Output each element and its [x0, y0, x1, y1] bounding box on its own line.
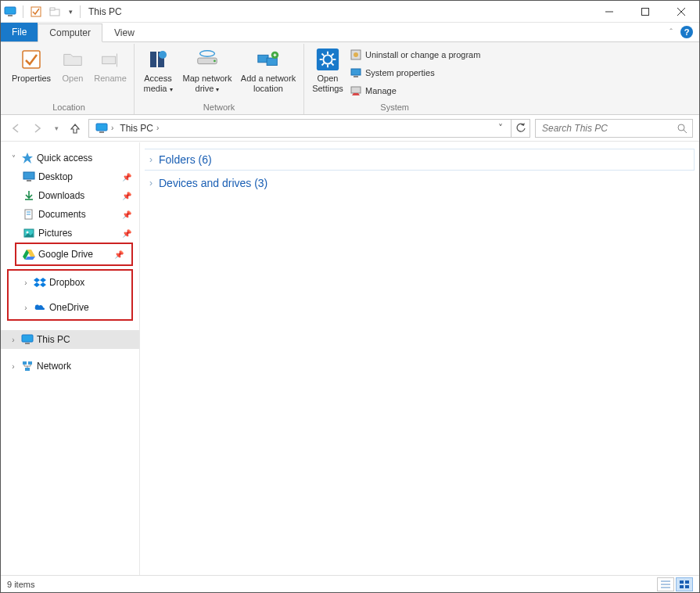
address-bar[interactable]: › This PC › ˅	[88, 119, 512, 138]
uninstall-icon	[350, 49, 362, 61]
status-item-count: 9 items	[7, 580, 34, 589]
ribbon-collapse-icon[interactable]: ˆ	[669, 27, 673, 37]
svg-rect-4	[50, 8, 55, 10]
add-network-icon	[256, 47, 281, 72]
maximize-button[interactable]	[627, 1, 663, 23]
minimize-button[interactable]	[591, 1, 627, 23]
sidebar-documents[interactable]: Documents 📌	[1, 205, 139, 224]
qat-new-folder-icon[interactable]	[46, 3, 63, 20]
add-network-location-button[interactable]: Add a network location	[238, 45, 299, 94]
manage-button[interactable]: Manage	[350, 83, 480, 99]
system-properties-button[interactable]: System properties	[350, 65, 480, 81]
svg-point-38	[678, 124, 684, 131]
sidebar-this-pc[interactable]: › This PC	[1, 330, 139, 349]
sidebar-downloads[interactable]: Downloads 📌	[1, 186, 139, 205]
close-button[interactable]	[663, 1, 699, 23]
desktop-icon	[23, 171, 35, 183]
up-button[interactable]	[66, 120, 84, 137]
highlight-cloud-services: › Dropbox › OneDrive	[7, 269, 133, 321]
devices-group-header[interactable]: › Devices and drives (3)	[145, 172, 695, 194]
svg-rect-33	[351, 69, 361, 75]
details-view-button[interactable]	[657, 577, 674, 591]
large-icons-view-button[interactable]	[676, 577, 693, 591]
folders-group-header[interactable]: › Folders (6)	[145, 149, 695, 171]
pictures-icon	[23, 227, 35, 239]
svg-rect-0	[5, 7, 16, 14]
search-icon	[677, 123, 687, 134]
chevron-right-icon[interactable]: ›	[9, 336, 18, 344]
status-bar: 9 items	[1, 575, 699, 592]
media-icon	[145, 47, 171, 72]
svg-rect-57	[685, 580, 689, 584]
forward-button[interactable]	[29, 120, 46, 137]
search-box[interactable]	[535, 119, 693, 138]
back-button[interactable]	[7, 120, 24, 137]
quick-access-toolbar: ▾	[1, 1, 84, 22]
refresh-button[interactable]	[512, 119, 530, 138]
qat-properties-icon[interactable]	[27, 3, 45, 20]
breadcrumb-this-pc[interactable]: This PC ›	[117, 123, 162, 134]
sidebar-dropbox[interactable]: › Dropbox	[9, 273, 131, 292]
svg-rect-1	[8, 15, 13, 16]
chevron-down-icon[interactable]: ˅	[9, 154, 18, 163]
ribbon-group-location: Properties Open Rename Location	[4, 44, 135, 114]
svg-rect-10	[102, 56, 116, 63]
address-dropdown-icon[interactable]: ˅	[494, 123, 508, 134]
group-label-location: Location	[9, 101, 129, 114]
svg-rect-41	[27, 180, 31, 181]
chevron-right-icon[interactable]: ›	[21, 304, 31, 312]
sidebar-desktop[interactable]: Desktop 📌	[1, 167, 139, 186]
rename-button[interactable]: Rename	[92, 45, 129, 84]
properties-button[interactable]: Properties	[9, 45, 54, 84]
onedrive-icon	[34, 301, 46, 314]
ribbon-tabs: File Computer View ˆ ?	[1, 23, 699, 41]
open-button[interactable]: Open	[54, 45, 92, 84]
file-tab[interactable]: File	[1, 23, 38, 41]
sidebar-network[interactable]: › Network	[1, 357, 139, 376]
chevron-right-icon[interactable]: ›	[9, 362, 18, 371]
pin-icon: 📌	[122, 192, 131, 200]
sidebar-onedrive[interactable]: › OneDrive	[9, 298, 131, 317]
svg-point-16	[214, 59, 216, 62]
sidebar-google-drive[interactable]: Google Drive 📌	[16, 245, 131, 264]
uninstall-program-button[interactable]: Uninstall or change a program	[350, 47, 480, 63]
svg-rect-52	[25, 368, 30, 371]
svg-rect-35	[351, 87, 361, 93]
this-pc-icon	[21, 333, 34, 346]
sidebar-quick-access[interactable]: ˅ Quick access	[1, 149, 139, 167]
breadcrumb-root-icon[interactable]: ›	[92, 122, 117, 135]
view-tab[interactable]: View	[102, 23, 146, 41]
svg-rect-36	[96, 124, 107, 131]
network-icon	[21, 360, 34, 372]
chevron-right-icon[interactable]: ›	[21, 279, 31, 287]
help-icon[interactable]: ?	[680, 26, 693, 38]
manage-icon	[350, 84, 362, 97]
navigation-bar: ▾ › This PC › ˅	[1, 115, 699, 142]
svg-rect-6	[642, 8, 649, 15]
open-settings-button[interactable]: Open Settings	[309, 45, 346, 94]
pin-icon: 📌	[114, 250, 124, 259]
access-media-button[interactable]: Access media ▾	[139, 45, 177, 95]
svg-rect-58	[680, 585, 684, 588]
open-folder-icon	[60, 47, 85, 72]
computer-tab[interactable]: Computer	[38, 23, 102, 42]
svg-rect-12	[150, 52, 156, 67]
highlight-google-drive: Google Drive 📌	[15, 243, 133, 266]
svg-rect-56	[680, 580, 684, 584]
qat-dropdown-icon[interactable]: ▾	[65, 3, 76, 20]
chevron-right-icon: ›	[149, 154, 153, 165]
search-input[interactable]	[540, 122, 677, 135]
properties-icon	[19, 47, 44, 72]
quick-access-icon	[21, 152, 34, 164]
google-drive-icon	[23, 248, 35, 261]
chevron-right-icon: ›	[149, 178, 153, 189]
recent-locations-button[interactable]: ▾	[51, 120, 62, 137]
sidebar-pictures[interactable]: Pictures 📌	[1, 224, 139, 243]
rename-icon	[98, 47, 123, 72]
pin-icon: 📌	[122, 229, 131, 238]
svg-point-17	[200, 51, 215, 57]
svg-rect-19	[267, 58, 277, 65]
system-properties-icon	[350, 66, 362, 79]
navigation-pane: ˅ Quick access Desktop 📌 Downloads 📌 Do	[1, 142, 140, 575]
map-network-drive-button[interactable]: Map network drive ▾	[177, 45, 238, 95]
